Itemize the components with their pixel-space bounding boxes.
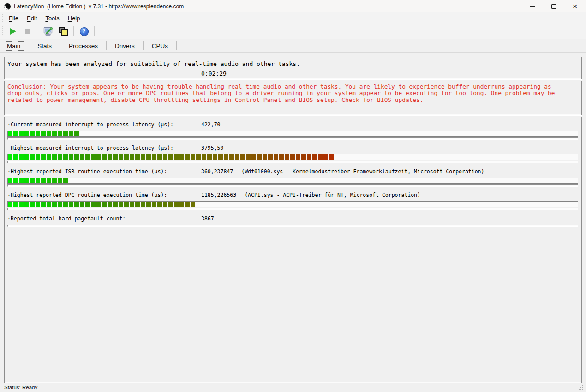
bar-segment xyxy=(47,178,51,183)
secondary-level-bar xyxy=(7,137,578,140)
close-button[interactable]: ✕ xyxy=(564,0,586,12)
menu-item-help[interactable]: Help xyxy=(64,13,84,23)
bar-segment xyxy=(224,154,228,160)
run-button[interactable] xyxy=(6,25,19,37)
resize-grip[interactable] xyxy=(579,385,580,386)
stop-button xyxy=(21,25,34,37)
bar-segment xyxy=(91,202,96,207)
bar-segment xyxy=(108,202,112,207)
bar-segment xyxy=(312,154,317,160)
menu-item-tools[interactable]: Tools xyxy=(41,13,63,23)
copy-report-button[interactable] xyxy=(57,25,70,37)
menu-item-edit[interactable]: Edit xyxy=(23,13,41,23)
bar-segment xyxy=(301,154,306,160)
bar-segment xyxy=(130,154,134,160)
bar-segment xyxy=(41,131,46,136)
bar-segment xyxy=(8,178,12,183)
tab-bar: MainStatsProcessesDriversCPUs xyxy=(0,39,586,53)
row-bullet: · xyxy=(7,192,11,198)
bar-segment xyxy=(185,202,190,207)
bar-segment xyxy=(74,131,79,136)
measurement-label: Highest reported ISR routine execution t… xyxy=(11,168,167,175)
measurement-label-line: ·Highest measured interrupt to process l… xyxy=(7,144,578,152)
toolbar-separator xyxy=(38,26,38,36)
menu-item-file[interactable]: File xyxy=(5,13,23,23)
menu-bar: FileEditToolsHelp xyxy=(0,12,586,24)
tab-main[interactable]: Main xyxy=(2,41,25,51)
bar-segment xyxy=(191,154,195,160)
measurement-label-line: ·Highest reported DPC routine execution … xyxy=(7,191,578,199)
tab-drivers[interactable]: Drivers xyxy=(109,41,140,51)
measurements-panel: ·Current measured interrupt to process l… xyxy=(4,117,582,383)
measurement-label: Highest measured interrupt to process la… xyxy=(11,145,173,151)
bar-segment xyxy=(102,202,107,207)
measurement-value: 3867 xyxy=(201,215,214,222)
bar-segment xyxy=(113,154,118,160)
bar-segment xyxy=(69,154,73,160)
bar-segment xyxy=(41,178,46,183)
bar-segment xyxy=(268,154,273,160)
bar-segment xyxy=(52,154,57,160)
bar-segment xyxy=(13,202,18,207)
analysis-panel: Your system has been analyzed for suitab… xyxy=(4,57,582,79)
bar-segment xyxy=(69,202,73,207)
conclusion-text-line: Conclusion: Your system appears to be ha… xyxy=(7,83,579,90)
bar-segment xyxy=(58,202,62,207)
bar-segment xyxy=(52,202,57,207)
analysis-text: Your system has been analyzed for suitab… xyxy=(7,59,579,69)
bar-segment xyxy=(80,202,84,207)
bar-segment xyxy=(30,178,35,183)
bar-segment xyxy=(69,131,73,136)
latency-level-bar xyxy=(7,154,578,160)
bar-segment xyxy=(174,154,179,160)
secondary-level-bar xyxy=(7,208,578,210)
bar-segment xyxy=(80,154,84,160)
bar-segment xyxy=(36,178,40,183)
monitor-wrench-icon xyxy=(43,27,54,36)
measurement-row: ·Highest reported ISR routine execution … xyxy=(7,168,578,187)
bar-segment xyxy=(74,154,79,160)
bar-segment xyxy=(85,202,90,207)
bar-segment xyxy=(13,154,18,160)
bar-segment xyxy=(119,154,123,160)
bar-segment xyxy=(24,154,29,160)
row-bullet: · xyxy=(7,121,11,128)
bar-segment xyxy=(74,202,79,207)
tab-separator xyxy=(176,41,177,50)
bar-segment xyxy=(47,202,51,207)
help-button[interactable]: ? xyxy=(78,25,90,37)
app-icon xyxy=(4,3,11,10)
tab-cpus[interactable]: CPUs xyxy=(146,41,173,51)
measurement-row: ·Reported total hard pagefault count:386… xyxy=(7,215,578,227)
maximize-button[interactable] xyxy=(543,0,564,12)
tab-stats[interactable]: Stats xyxy=(32,41,57,51)
bar-segment xyxy=(290,154,295,160)
bar-segment xyxy=(179,154,184,160)
options-button[interactable] xyxy=(42,25,55,37)
window-controls: ✕ xyxy=(522,0,586,12)
bar-segment xyxy=(152,154,156,160)
tab-processes[interactable]: Processes xyxy=(63,41,103,51)
bar-segment xyxy=(202,154,206,160)
latency-level-bar xyxy=(7,201,578,207)
help-icon: ? xyxy=(80,27,89,36)
bar-segment xyxy=(124,154,129,160)
bar-segment xyxy=(257,154,262,160)
measurement-driver-info: (ACPI.sys - ACPI-Treiber für NT, Microso… xyxy=(245,192,420,198)
bar-segment xyxy=(124,202,129,207)
measurement-label-line: ·Current measured interrupt to process l… xyxy=(7,121,578,128)
measurement-label: Reported total hard pagefault count: xyxy=(11,215,126,222)
bar-segment xyxy=(58,131,62,136)
secondary-level-bar xyxy=(7,161,578,163)
bar-segment xyxy=(207,154,212,160)
minimize-button[interactable] xyxy=(522,0,543,12)
bar-segment xyxy=(191,202,195,207)
bar-segment xyxy=(130,202,134,207)
latencymon-window: LatencyMon (Home Edition ) v 7.31 - http… xyxy=(0,0,586,392)
bar-segment xyxy=(168,154,173,160)
latency-level-bar xyxy=(7,178,578,184)
bar-segment xyxy=(58,178,62,183)
bar-segment xyxy=(36,131,40,136)
bar-segment xyxy=(135,202,140,207)
bar-segment xyxy=(213,154,217,160)
